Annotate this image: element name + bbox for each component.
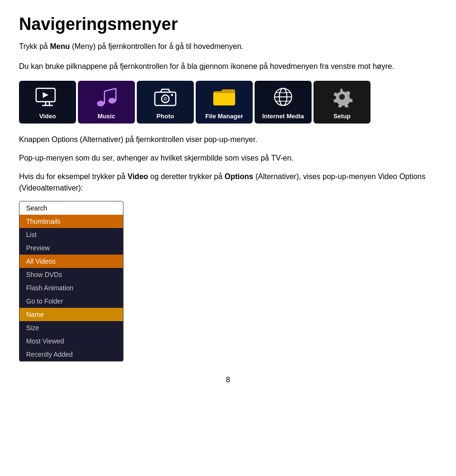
- gear-icon: [332, 81, 352, 113]
- page-number: 8: [19, 376, 437, 384]
- music-label: Music: [98, 113, 115, 120]
- menu-icon-file-manager: File Manager: [196, 81, 253, 124]
- popup-menu-item-recently-added[interactable]: Recently Added: [19, 348, 123, 361]
- menu-icon-setup: Setup: [314, 81, 370, 124]
- popup-menu-item-preview[interactable]: Preview: [19, 241, 123, 255]
- popup-menu-item-go-to-folder[interactable]: Go to Folder: [19, 295, 123, 308]
- popup-menu-item-flash-animation[interactable]: Flash Animation: [19, 281, 123, 295]
- body-paragraph-1: Knappen Options (Alternativer) på fjernk…: [19, 134, 437, 146]
- popup-menu-item-search[interactable]: Search: [19, 201, 123, 215]
- svg-point-5: [97, 101, 104, 106]
- popup-menu-item-show-dvds[interactable]: Show DVDs: [19, 268, 123, 281]
- folder-icon: [212, 81, 236, 113]
- popup-menu-item-thumbnails[interactable]: Thumbnails: [19, 215, 123, 228]
- body-paragraph-3: Hvis du for eksempel trykker på Video og…: [19, 171, 437, 195]
- internet-media-label: Internet Media: [262, 113, 304, 120]
- menu-icon-internet-media: Internet Media: [255, 81, 312, 124]
- svg-point-12: [163, 97, 167, 101]
- menu-icon-music: Music: [78, 81, 135, 124]
- globe-icon: [273, 81, 294, 113]
- svg-point-20: [339, 94, 345, 100]
- video-label: Video: [39, 113, 56, 120]
- menu-icons-row: Video Music Photo: [19, 81, 437, 124]
- popup-menu-item-size[interactable]: Size: [19, 321, 123, 334]
- svg-rect-13: [171, 94, 173, 96]
- popup-menu-item-all-videos[interactable]: All Videos: [19, 255, 123, 268]
- svg-point-6: [108, 98, 116, 104]
- photo-label: Photo: [157, 113, 174, 120]
- menu-icon-photo: Photo: [137, 81, 194, 124]
- camera-icon: [154, 81, 177, 113]
- video-icon: [35, 81, 60, 113]
- popup-menu-item-most-viewed[interactable]: Most Viewed: [19, 334, 123, 348]
- svg-line-9: [104, 88, 116, 91]
- music-icon: [96, 81, 117, 113]
- popup-menu-item-list[interactable]: List: [19, 228, 123, 241]
- setup-label: Setup: [333, 113, 351, 120]
- intro-paragraph-1: Trykk på Menu (Meny) på fjernkontrollen …: [19, 41, 437, 52]
- menu-icon-video: Video: [19, 81, 76, 124]
- svg-marker-4: [43, 92, 48, 98]
- popup-menu: Search Thumbnails List Preview All Video…: [19, 201, 124, 362]
- popup-menu-item-name[interactable]: Name: [19, 308, 123, 321]
- file-manager-label: File Manager: [205, 113, 243, 120]
- intro-paragraph-2: Du kan bruke pilknappene på fjernkontrol…: [19, 61, 437, 72]
- page-title: Navigeringsmenyer: [19, 14, 437, 34]
- body-paragraph-2: Pop-up-menyen som du ser, avhenger av hv…: [19, 152, 437, 164]
